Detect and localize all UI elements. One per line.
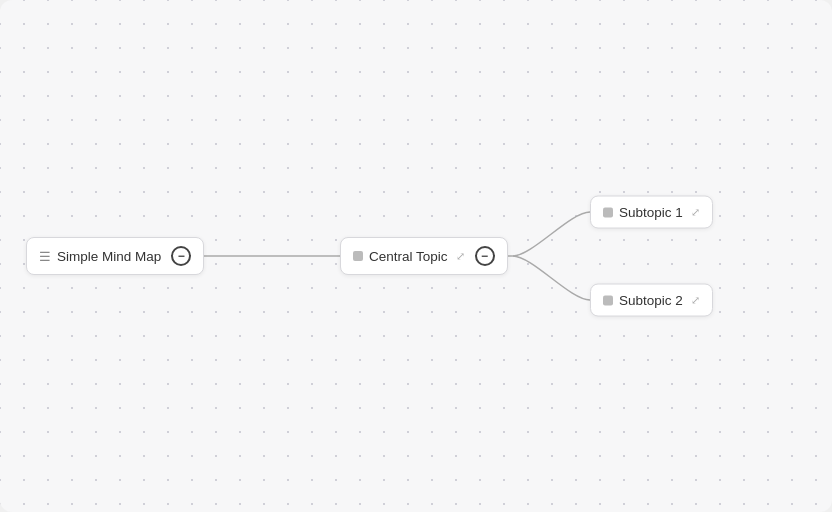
central-collapse-button[interactable]: − [475, 246, 495, 266]
central-node-label: Central Topic [369, 249, 448, 264]
central-topic-node[interactable]: Central Topic ⤢ − [340, 237, 508, 275]
subtopic1-node[interactable]: Subtopic 1 ⤢ [590, 196, 713, 229]
root-collapse-button[interactable]: − [171, 246, 191, 266]
central-resize-icon[interactable]: ⤢ [456, 250, 465, 263]
sub2-resize-icon[interactable]: ⤢ [691, 294, 700, 307]
subtopic2-node-label: Subtopic 2 [619, 293, 683, 308]
sub2-square-icon [603, 295, 613, 305]
list-icon: ☰ [39, 249, 51, 264]
subtopic1-node-label: Subtopic 1 [619, 205, 683, 220]
sub1-resize-icon[interactable]: ⤢ [691, 206, 700, 219]
sub1-square-icon [603, 207, 613, 217]
root-node[interactable]: ☰ Simple Mind Map − [26, 237, 204, 275]
mindmap-canvas: ☰ Simple Mind Map − Central Topic ⤢ − Su… [0, 0, 832, 512]
central-square-icon [353, 251, 363, 261]
root-node-label: Simple Mind Map [57, 249, 161, 264]
mindmap-wrapper: ☰ Simple Mind Map − Central Topic ⤢ − Su… [0, 0, 832, 512]
subtopic2-node[interactable]: Subtopic 2 ⤢ [590, 284, 713, 317]
